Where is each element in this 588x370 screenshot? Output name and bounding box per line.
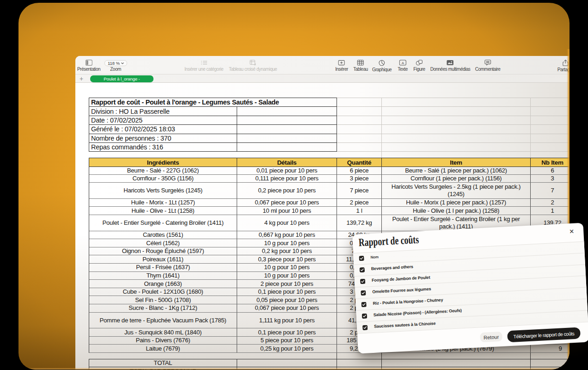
svg-text:A: A — [401, 61, 404, 65]
